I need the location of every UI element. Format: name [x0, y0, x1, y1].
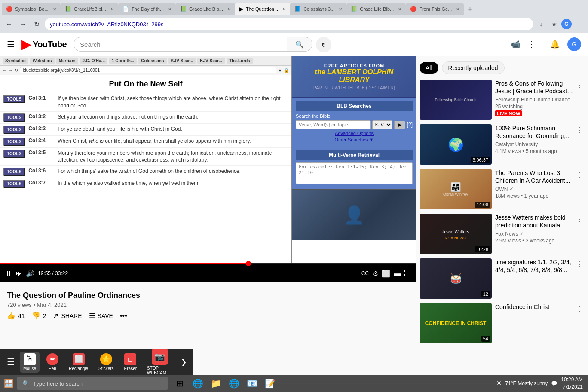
taskbar-app-chrome[interactable]: 🌐: [225, 375, 242, 392]
tab-day-of-the[interactable]: 📄 The Day of th... ✕: [118, 3, 176, 15]
youtube-logo[interactable]: ▶ YouTube: [21, 37, 67, 52]
extensions-icon[interactable]: ↓: [536, 18, 547, 30]
rec-item-schumann[interactable]: 🌍 3:06:37 100% Pure Schumann Resonance f…: [420, 124, 585, 169]
tools-btn-5[interactable]: TOOLS: [3, 150, 25, 158]
dislike-button[interactable]: 👎 2: [32, 312, 46, 320]
more-icon[interactable]: ⋮: [573, 18, 585, 30]
blb-mv-input[interactable]: [296, 162, 413, 184]
tab-favicon: 📄: [122, 6, 129, 12]
save-button[interactable]: ☰ SAVE: [89, 312, 113, 320]
share-button[interactable]: ↗ SHARE: [53, 312, 82, 320]
taskbar-app-explorer[interactable]: 📁: [207, 375, 224, 392]
tab-close-icon[interactable]: ✕: [282, 7, 286, 12]
rec-more-pros-cons[interactable]: ⋮: [574, 80, 585, 91]
blb-search-input[interactable]: [296, 120, 371, 129]
miniplayer-button[interactable]: ⬜: [382, 270, 390, 278]
tool-eraser[interactable]: ◻ Eraser: [121, 352, 140, 373]
profile-icon[interactable]: G: [561, 19, 572, 29]
tab-close-icon[interactable]: ✕: [168, 7, 172, 12]
collapse-icon[interactable]: ❯: [181, 358, 187, 366]
camera-icon[interactable]: 📹: [508, 37, 523, 52]
new-tab-button[interactable]: +: [464, 3, 476, 15]
tab-close-icon[interactable]: ✕: [456, 7, 459, 12]
tool-mouse[interactable]: 🖱 Mouse: [20, 352, 40, 373]
blb-library-name: the LAMBERT DOLPHIN LIBRARY: [299, 68, 409, 84]
rec-more-schumann[interactable]: ⋮: [574, 124, 585, 136]
rec-more-jesse[interactable]: ⋮: [574, 214, 585, 225]
blb-translation-select[interactable]: KJV: [372, 120, 392, 129]
search-button[interactable]: 🔍: [287, 37, 312, 52]
rec-more-parents[interactable]: ⋮: [574, 169, 585, 181]
taskbar-app-task-view[interactable]: ⊞: [171, 375, 188, 392]
blb-help-icon[interactable]: [?]: [407, 122, 413, 128]
verse-text-6: For which things' sake the wrath of God …: [58, 168, 241, 175]
tab-from-this-ge[interactable]: 🔴 From This Ge... ✕: [406, 3, 464, 15]
tools-btn-4[interactable]: TOOLS: [3, 138, 25, 146]
refresh-button[interactable]: ↻: [31, 18, 42, 30]
back-button[interactable]: ←: [3, 18, 15, 30]
tab-grace-life-bib2[interactable]: 📗 Grace Life Bib... ✕: [176, 3, 235, 15]
filter-all[interactable]: All: [420, 62, 438, 74]
url-bar[interactable]: youtube.com/watch?v=ARfiz0NKQD0&t=299s: [45, 18, 533, 30]
tab-gracelife-bib[interactable]: 📗 GraceLifeBibl... ✕: [61, 3, 118, 15]
tab-close-icon[interactable]: ✕: [53, 7, 56, 12]
settings-button[interactable]: ⚙: [372, 270, 378, 278]
mic-button[interactable]: 🎙: [316, 37, 331, 52]
tool-pen[interactable]: ✒ Pen: [43, 352, 62, 373]
blb-go-button[interactable]: ▶: [394, 121, 405, 129]
taskbar-notification-icon[interactable]: 💬: [551, 380, 557, 386]
mail-icon: 📧: [247, 378, 257, 389]
tab-grace-life-bib3[interactable]: 📗 Grace Life Bib... ✕: [346, 3, 406, 15]
volume-button[interactable]: 🔊: [26, 270, 34, 278]
tab-symbaloo[interactable]: 🔴 Symbaloo: Bo... ✕: [2, 3, 61, 15]
verse-text-1: If ye then be risen with Christ, seek th…: [58, 95, 288, 110]
rec-more-confidence[interactable]: ⋮: [574, 303, 585, 315]
weather-icon: ☀: [496, 379, 502, 388]
taskbar-app-mail[interactable]: 📧: [243, 375, 260, 392]
taskbar-search[interactable]: 🔍 Type here to search: [17, 377, 168, 390]
tools-btn-1[interactable]: TOOLS: [3, 95, 25, 103]
tab-colossians[interactable]: 📘 Colossians 3... ✕: [290, 3, 346, 15]
filter-recently-uploaded[interactable]: Recently uploaded: [442, 61, 505, 74]
tools-btn-6[interactable]: TOOLS: [3, 168, 25, 176]
blb-other-searches-link[interactable]: Other Searches ▼: [296, 137, 413, 142]
tool-stop-webcam[interactable]: 📷 STOP WEBCAM: [144, 347, 176, 377]
apps-icon[interactable]: ⋮⋮: [528, 37, 542, 52]
tab-close-icon[interactable]: ✕: [398, 7, 401, 12]
play-button[interactable]: ⏸: [5, 270, 12, 277]
rec-item-pros-cons[interactable]: Fellowship Bible Church Pros & Cons of F…: [420, 80, 585, 124]
like-button[interactable]: 👍 41: [7, 312, 25, 320]
hamburger-menu-icon[interactable]: ☰: [7, 39, 15, 49]
hamburger-icon[interactable]: ☰: [7, 357, 15, 367]
rec-more-time-sig[interactable]: ⋮: [574, 258, 585, 270]
forward-button[interactable]: →: [17, 18, 28, 30]
taskbar-app-edge[interactable]: 🌐: [189, 375, 206, 392]
tab-close-icon[interactable]: ✕: [339, 7, 342, 12]
blb-advanced-options-link[interactable]: Advanced Options: [296, 131, 413, 136]
search-input[interactable]: [74, 37, 287, 52]
user-avatar[interactable]: G: [567, 37, 581, 51]
rec-item-parents[interactable]: 👨‍👩‍👧 Oprah Winfrey 14:08 The Parents Wh…: [420, 169, 585, 214]
taskbar-app-word[interactable]: 📝: [261, 375, 279, 392]
video-progress-bar-area[interactable]: [0, 263, 416, 264]
tool-stickers[interactable]: ⭐ Stickers: [95, 352, 117, 373]
theater-button[interactable]: ▬: [394, 270, 401, 277]
notifications-icon[interactable]: 🔔: [548, 37, 562, 52]
start-button[interactable]: 🪟: [0, 375, 17, 392]
rec-channel-parents: OWN ✓: [495, 186, 574, 192]
fullscreen-button[interactable]: ⛶: [404, 270, 411, 277]
tools-btn-7[interactable]: TOOLS: [3, 180, 25, 188]
tools-btn-2[interactable]: TOOLS: [3, 113, 25, 122]
bookmark-icon[interactable]: ★: [548, 18, 560, 30]
rec-item-time-sig[interactable]: 🥁 12 time signatures 1/1, 2/2, 3/4, 4/4,…: [420, 258, 585, 303]
tab-youtube-active[interactable]: ▶ The Question... ✕: [235, 3, 290, 15]
tool-rectangle[interactable]: ⬜ Rectangle: [65, 352, 92, 373]
tab-close-icon[interactable]: ✕: [110, 7, 114, 12]
rec-item-jesse[interactable]: Jesse Watters FOX NEWS 10:28 Jesse Watte…: [420, 214, 585, 258]
tab-close-icon[interactable]: ✕: [227, 7, 231, 12]
rec-item-confidence[interactable]: CONFIDENCE IN CHRIST 54 Confidence in Ch…: [420, 303, 585, 348]
captions-button[interactable]: CC: [361, 270, 369, 276]
tools-btn-3[interactable]: TOOLS: [3, 126, 25, 134]
more-actions-button[interactable]: •••: [120, 312, 127, 320]
next-button[interactable]: ⏭: [15, 270, 22, 277]
